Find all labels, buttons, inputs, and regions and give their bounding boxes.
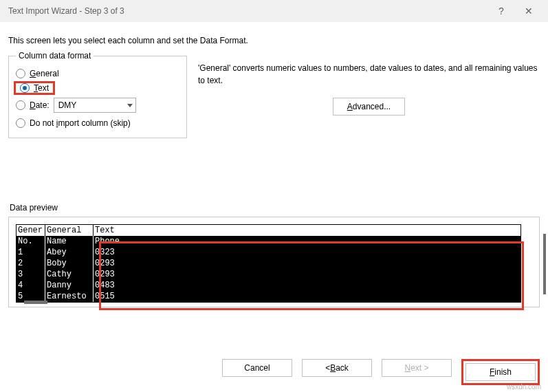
- column-header-row: Gener General Text: [17, 225, 520, 236]
- preview-grid[interactable]: Gener General Text No.NamePhone1Abey0323…: [16, 224, 521, 303]
- radio-icon: [20, 83, 30, 93]
- highlight-annotation: Finish: [461, 359, 540, 385]
- radio-icon: [16, 100, 25, 110]
- radio-skip[interactable]: Do not import column (skip): [16, 116, 179, 131]
- format-description: 'General' converts numeric values to num…: [198, 62, 540, 87]
- help-icon[interactable]: ?: [487, 6, 515, 17]
- radio-general[interactable]: General: [16, 66, 179, 81]
- group-legend: Column data format: [16, 51, 94, 61]
- table-row: 5Earnesto0515: [17, 291, 520, 302]
- advanced-button[interactable]: Advanced...: [333, 98, 405, 116]
- cancel-button[interactable]: Cancel: [222, 359, 292, 377]
- intro-text: This screen lets you select each column …: [8, 36, 540, 45]
- preview-legend: Data preview: [10, 203, 540, 213]
- table-row: 1Abey0323: [17, 247, 520, 258]
- table-row: 4Danny0483: [17, 280, 520, 291]
- column-data-format-group: Column data format General Text Date: DM…: [8, 51, 187, 138]
- window-title: Text Import Wizard - Step 3 of 3: [8, 6, 487, 16]
- finish-button[interactable]: Finish: [465, 363, 536, 381]
- radio-icon: [16, 118, 25, 128]
- radio-text[interactable]: Text: [14, 81, 55, 95]
- radio-date[interactable]: Date:: [16, 100, 50, 110]
- scrollbar-vertical[interactable]: [543, 234, 546, 294]
- date-format-select[interactable]: DMY: [54, 98, 136, 113]
- back-button[interactable]: < Back: [302, 359, 372, 377]
- data-preview: Gener General Text No.NamePhone1Abey0323…: [8, 217, 540, 307]
- table-row: No.NamePhone: [17, 236, 520, 247]
- radio-icon: [16, 69, 25, 78]
- scrollbar-horizontal[interactable]: [24, 301, 47, 304]
- table-row: 2Boby0293: [17, 258, 520, 269]
- next-button: Next >: [382, 359, 452, 377]
- watermark: wsxdn.com: [507, 383, 541, 391]
- titlebar: Text Import Wizard - Step 3 of 3 ? ✕: [0, 0, 548, 22]
- close-icon[interactable]: ✕: [515, 6, 542, 17]
- table-row: 3Cathy0293: [17, 269, 520, 280]
- chevron-down-icon: [127, 104, 133, 107]
- dialog-footer: Cancel < Back Next > Finish: [0, 359, 548, 385]
